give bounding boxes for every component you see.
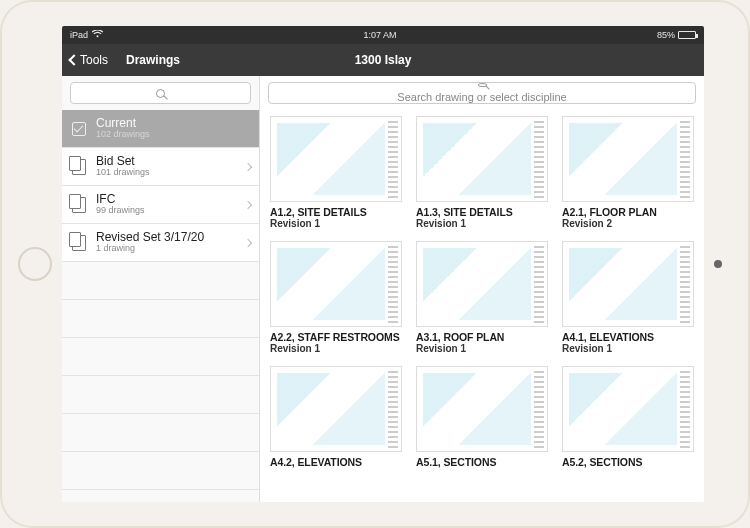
search-icon [478, 83, 487, 87]
set-row-current[interactable]: Current 102 drawings [62, 110, 259, 148]
documents-icon [70, 158, 88, 176]
chevron-right-icon [244, 162, 252, 170]
chevron-left-icon [68, 54, 79, 65]
drawing-thumbnail [562, 241, 694, 327]
set-list: Current 102 drawings Bid Set 101 drawing… [62, 110, 259, 502]
ipad-frame: iPad 1:07 AM 85% Tools Drawings 1300 Isl… [0, 0, 750, 528]
search-icon [156, 89, 165, 98]
empty-row [62, 262, 259, 300]
drawing-title: A2.2, STAFF RESTROOMS [270, 331, 402, 343]
checkbox-icon [70, 120, 88, 138]
drawing-title: A1.2, SITE DETAILS [270, 206, 402, 218]
drawing-revision: Revision 1 [270, 343, 402, 354]
drawing-card[interactable]: A4.2, ELEVATIONS [270, 366, 402, 468]
drawing-thumbnail [562, 116, 694, 202]
drawing-title: A1.3, SITE DETAILS [416, 206, 548, 218]
device-label: iPad [70, 30, 88, 40]
sidebar-search[interactable] [70, 82, 251, 104]
documents-icon [70, 196, 88, 214]
wifi-icon [92, 30, 103, 40]
set-subtitle: 101 drawings [96, 168, 150, 178]
empty-row [62, 376, 259, 414]
drawing-thumbnail [416, 366, 548, 452]
empty-row [62, 452, 259, 490]
chevron-right-icon [244, 200, 252, 208]
drawing-card[interactable]: A4.1, ELEVATIONS Revision 1 [562, 241, 694, 354]
drawing-revision: Revision 2 [562, 218, 694, 229]
battery-percent: 85% [657, 30, 675, 40]
drawing-thumbnail [416, 116, 548, 202]
nav-bar: Tools Drawings 1300 Islay [62, 44, 704, 76]
content-area: Current 102 drawings Bid Set 101 drawing… [62, 76, 704, 502]
chevron-right-icon [244, 238, 252, 246]
set-row-ifc[interactable]: IFC 99 drawings [62, 186, 259, 224]
drawing-revision: Revision 1 [270, 218, 402, 229]
drawing-thumbnail [270, 116, 402, 202]
drawing-card[interactable]: A1.3, SITE DETAILS Revision 1 [416, 116, 548, 229]
section-title: Drawings [126, 53, 180, 67]
drawing-thumbnail [270, 366, 402, 452]
clock: 1:07 AM [103, 30, 657, 40]
drawing-card[interactable]: A1.2, SITE DETAILS Revision 1 [270, 116, 402, 229]
status-bar: iPad 1:07 AM 85% [62, 26, 704, 44]
empty-row [62, 338, 259, 376]
drawing-search[interactable]: Search drawing or select discipline [268, 82, 696, 104]
search-placeholder: Search drawing or select discipline [397, 91, 566, 103]
set-row-revised[interactable]: Revised Set 3/17/20 1 drawing [62, 224, 259, 262]
drawing-title: A5.2, SECTIONS [562, 456, 694, 468]
set-subtitle: 1 drawing [96, 244, 204, 254]
battery-icon [678, 31, 696, 39]
drawing-card[interactable]: A3.1, ROOF PLAN Revision 1 [416, 241, 548, 354]
drawing-revision: Revision 1 [416, 343, 548, 354]
set-subtitle: 99 drawings [96, 206, 145, 216]
drawing-title: A2.1, FLOOR PLAN [562, 206, 694, 218]
drawing-thumbnail [562, 366, 694, 452]
drawing-card[interactable]: A2.2, STAFF RESTROOMS Revision 1 [270, 241, 402, 354]
drawing-title: A3.1, ROOF PLAN [416, 331, 548, 343]
back-button[interactable]: Tools [62, 53, 116, 67]
set-subtitle: 102 drawings [96, 130, 150, 140]
drawing-thumbnail [270, 241, 402, 327]
drawing-title: A4.2, ELEVATIONS [270, 456, 402, 468]
drawing-title: A5.1, SECTIONS [416, 456, 548, 468]
empty-row [62, 414, 259, 452]
drawing-card[interactable]: A5.2, SECTIONS [562, 366, 694, 468]
battery-indicator: 85% [657, 30, 696, 40]
screen: iPad 1:07 AM 85% Tools Drawings 1300 Isl… [62, 26, 704, 502]
drawing-title: A4.1, ELEVATIONS [562, 331, 694, 343]
set-row-bid-set[interactable]: Bid Set 101 drawings [62, 148, 259, 186]
documents-icon [70, 234, 88, 252]
camera-dot [714, 260, 722, 268]
back-label: Tools [80, 53, 108, 67]
drawing-card[interactable]: A2.1, FLOOR PLAN Revision 2 [562, 116, 694, 229]
sidebar: Current 102 drawings Bid Set 101 drawing… [62, 76, 260, 502]
drawing-revision: Revision 1 [416, 218, 548, 229]
drawing-grid[interactable]: A1.2, SITE DETAILS Revision 1 A1.3, SITE… [260, 110, 704, 502]
drawing-thumbnail [416, 241, 548, 327]
drawing-revision: Revision 1 [562, 343, 694, 354]
drawing-card[interactable]: A5.1, SECTIONS [416, 366, 548, 468]
empty-row [62, 300, 259, 338]
home-button[interactable] [18, 247, 52, 281]
main-panel: Search drawing or select discipline A1.2… [260, 76, 704, 502]
